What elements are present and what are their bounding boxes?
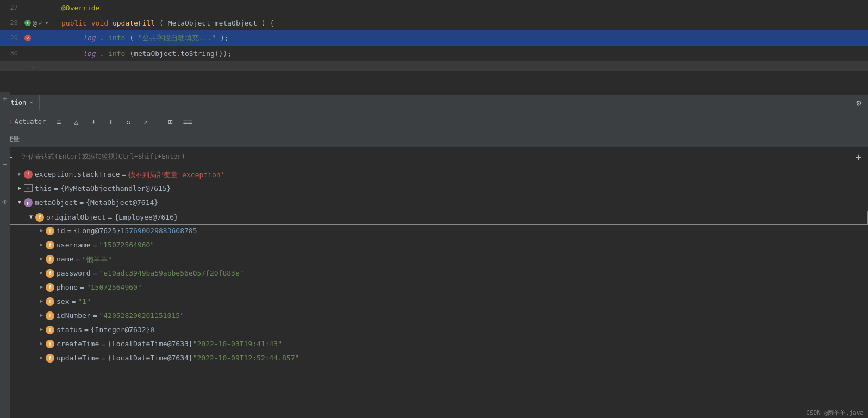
dot-1: .: [99, 34, 104, 42]
expression-bar: + 评估表达式(Enter)或添加监视(Ctrl+Shift+Enter) +: [0, 147, 868, 166]
tree-item-originalobject: ▼ f originalObject = {Employee@7616}: [0, 211, 868, 225]
list-icon-this: ≡: [24, 184, 33, 192]
tree-item-this: ▶ ≡ this = {MyMetaObjecthandler@7615}: [0, 183, 868, 197]
toolbar-btn-refresh[interactable]: ↻: [121, 115, 136, 129]
var-equals-phone: =: [80, 283, 84, 291]
toolbar-btn-list[interactable]: ≡: [51, 115, 66, 129]
breakpoint-badge-red: ✓: [24, 35, 31, 41]
debug-panel: + 评估表达式(Enter)或添加监视(Ctrl+Shift+Enter) + …: [0, 147, 868, 418]
expand-username[interactable]: ▶: [37, 241, 46, 247]
var-value-id: {Long@7625}: [73, 227, 120, 235]
tree-item-phone: ▶ f phone = "15072564960": [0, 282, 868, 296]
expand-metaobject[interactable]: ▼: [15, 198, 24, 205]
var-value-status-num: 0: [150, 326, 154, 334]
gear-icon[interactable]: ⚙: [856, 98, 861, 108]
expand-id[interactable]: ▶: [37, 227, 46, 233]
paren-1: (: [129, 34, 134, 42]
tree-item-id: ▶ f id = {Long@7625} 157690029883608785: [0, 225, 868, 239]
f-icon-status: f: [46, 326, 54, 334]
paren-close: ) {: [261, 19, 274, 27]
debug-tree: ▶ ! exception.stackTrace = 找不到局部变量'excep…: [0, 166, 868, 418]
var-value-name: "懒羊羊": [82, 255, 112, 265]
f-icon-password: f: [46, 269, 54, 278]
expand-sex[interactable]: ▶: [37, 297, 46, 304]
debug-toolbar: ⚡ Actuator ≡ △ ⬇ ⬆ ↻ ↗ ⊞ ≡≡: [0, 111, 868, 132]
actuator-button[interactable]: ⚡ Actuator: [4, 115, 49, 129]
var-value-username: "15072564960": [99, 241, 154, 249]
expand-updatetime[interactable]: ▶: [37, 354, 46, 360]
check-icon: ✓: [39, 18, 43, 27]
var-value-password: "e10adc3949ba59abbe56e057f20f883e": [99, 269, 243, 277]
code-ellipsis: ...: [0, 61, 868, 71]
tree-item-password: ▶ f password = "e10adc3949ba59abbe56e057…: [0, 267, 868, 282]
tree-item-idnumber: ▶ f idNumber = "420528200201151015": [0, 310, 868, 324]
var-name-status: status: [57, 326, 82, 334]
actuator-label: Actuator: [14, 118, 46, 126]
line-number-27: 27: [0, 4, 24, 11]
code-content-27: @Override: [57, 4, 99, 12]
line-number-28: 28: [0, 19, 24, 27]
var-value-phone: "15072564960": [86, 283, 142, 291]
toolbar-btn-up-arrow[interactable]: ⬆: [103, 115, 118, 129]
bottom-bar-text: CSDN @懒羊羊.java: [806, 409, 864, 416]
expand-idnumber[interactable]: ▶: [37, 311, 46, 318]
var-value-updatetime-val: "2022-10-09T12:52:44.857": [193, 354, 299, 362]
expand-originalobject[interactable]: ▼: [27, 213, 35, 220]
log-variable-2: log: [83, 49, 95, 58]
original-object-container: ▼ f originalObject = {Employee@7616} "Em…: [0, 211, 868, 225]
expand-createtime[interactable]: ▶: [37, 340, 46, 346]
expression-input[interactable]: 评估表达式(Enter)或添加监视(Ctrl+Shift+Enter): [22, 152, 851, 161]
expand-status[interactable]: ▶: [37, 326, 46, 332]
toolbar-btn-table[interactable]: ⊞: [163, 115, 178, 129]
toolbar-btn-down-arrow[interactable]: ⬇: [86, 115, 101, 129]
f-icon-username: f: [46, 241, 54, 249]
var-value-sex: "1": [78, 297, 90, 305]
ellipsis-text: ...: [0, 63, 38, 70]
expand-name[interactable]: ▶: [37, 255, 46, 261]
var-equals-updatetime: =: [101, 354, 105, 362]
f-icon-name: f: [46, 255, 54, 264]
add-right-btn[interactable]: +: [855, 151, 861, 163]
keyword-void: void: [91, 19, 113, 27]
var-equals-metaobject: =: [79, 198, 84, 207]
var-value-createtime-val: "2022-10-03T19:41:43": [193, 340, 282, 348]
var-name-password: password: [57, 269, 91, 277]
keyword-public: public: [61, 19, 91, 27]
tree-item-createtime: ▶ f createTime = {LocalDateTime@7633} "2…: [0, 338, 868, 352]
p-icon-metaobject: p: [24, 198, 33, 207]
at-symbol: @: [33, 19, 37, 27]
var-name-id: id: [57, 227, 65, 235]
strip-arrow-btn[interactable]: →: [1, 160, 9, 169]
var-name-sex: sex: [57, 297, 69, 305]
toolbar-btn-next[interactable]: ↗: [138, 115, 153, 129]
expand-this[interactable]: ▶: [15, 184, 24, 191]
var-name-username: username: [57, 241, 91, 249]
var-name-this: this: [35, 184, 52, 192]
toolbar-btn-up[interactable]: △: [68, 115, 84, 129]
var-equals-username: =: [93, 241, 97, 249]
code-line-30: 30 log . info (metaObject.toString());: [0, 46, 868, 61]
var-name-exception: exception.stackTrace: [35, 170, 120, 178]
tab-close-btn[interactable]: ×: [29, 99, 33, 105]
annotation-override: @Override: [61, 4, 99, 12]
var-value-exception: 找不到局部变量'exception': [128, 170, 224, 180]
tree-item-updatetime: ▶ f updateTime = {LocalDateTime@7634} "2…: [0, 352, 868, 366]
var-equals-exception: =: [122, 170, 127, 178]
f-icon-originalobject: f: [35, 213, 44, 222]
tree-item-metaobject: ▼ p metaObject = {MetaObject@7614}: [0, 197, 868, 211]
toolbar-btn-lines[interactable]: ≡≡: [180, 115, 195, 129]
toolbar-separator: [158, 116, 158, 127]
arrow-icon: ▾: [45, 19, 48, 27]
param-metaobject: metaObject: [215, 19, 257, 27]
expand-exception[interactable]: ▶: [15, 170, 24, 177]
line-number-30: 30: [0, 49, 24, 57]
var-equals-this: =: [54, 184, 58, 192]
var-equals-idnumber: =: [93, 311, 97, 320]
main-layout: 27 @Override 28 ↑ @ ✓ ▾ public void upda…: [0, 0, 868, 418]
var-equals-name: =: [76, 255, 80, 263]
expand-phone[interactable]: ▶: [37, 283, 46, 290]
strip-eye-btn[interactable]: 👁: [1, 198, 9, 207]
strip-add-btn[interactable]: +: [1, 95, 9, 103]
error-icon-exception: !: [24, 170, 33, 179]
expand-password[interactable]: ▶: [37, 269, 46, 276]
